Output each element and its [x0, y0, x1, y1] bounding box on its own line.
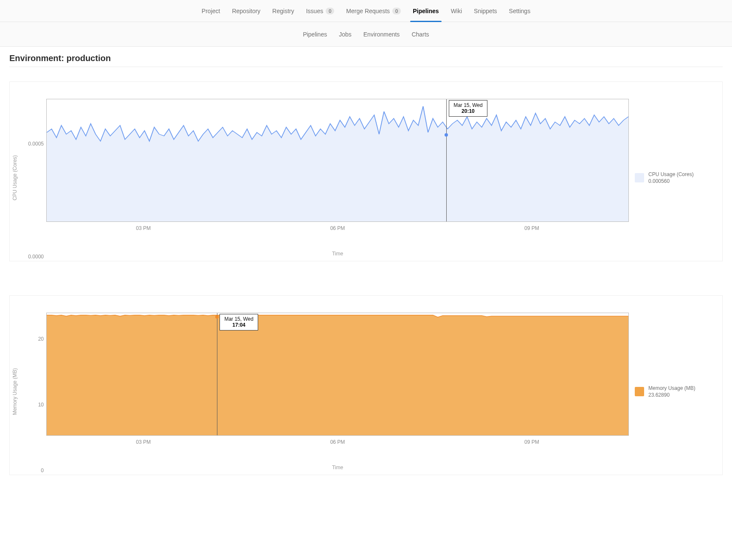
- page-body: Environment: production CPU Usage (Cores…: [0, 47, 732, 526]
- nav-registry[interactable]: Registry: [272, 0, 294, 22]
- page-title: Environment: production: [9, 53, 723, 67]
- cpu-legend-value: 0.000560: [648, 178, 694, 185]
- merge-requests-badge: 0: [392, 8, 401, 14]
- subnav-jobs[interactable]: Jobs: [339, 31, 352, 38]
- cpu-hover-dot: [445, 133, 448, 137]
- nav-repository[interactable]: Repository: [232, 0, 260, 22]
- cpu-legend: CPU Usage (Cores) 0.000560: [635, 171, 694, 185]
- nav-settings[interactable]: Settings: [509, 0, 531, 22]
- nav-issues[interactable]: Issues 0: [306, 0, 335, 22]
- cpu-chart-panel: CPU Usage (Cores) 0.0005 0.0000 Mar 15, …: [9, 81, 723, 261]
- cpu-yaxis-label: CPU Usage (Cores): [10, 99, 20, 257]
- memory-chart[interactable]: Mar 15, Wed 17:04: [46, 313, 629, 436]
- memory-legend-name: Memory Usage (MB): [648, 385, 695, 392]
- cpu-hover-line: [446, 99, 447, 221]
- memory-xticks: 03 PM 06 PM 09 PM: [46, 436, 629, 445]
- nav-pipelines[interactable]: Pipelines: [413, 0, 439, 22]
- cpu-legend-swatch: [635, 173, 644, 182]
- subnav-charts[interactable]: Charts: [411, 31, 429, 38]
- nav-wiki[interactable]: Wiki: [451, 0, 462, 22]
- memory-hover-dot: [215, 315, 219, 319]
- subnav-pipelines[interactable]: Pipelines: [303, 31, 327, 38]
- nav-merge-requests[interactable]: Merge Requests 0: [346, 0, 401, 22]
- cpu-xlabel: Time: [46, 231, 629, 257]
- memory-legend-value: 23.62890: [648, 392, 695, 398]
- secondary-nav: Pipelines Jobs Environments Charts: [0, 22, 732, 47]
- memory-xlabel: Time: [46, 445, 629, 470]
- memory-yticks: 20 10 0: [20, 313, 46, 470]
- cpu-yticks: 0.0005 0.0000: [20, 99, 46, 257]
- cpu-legend-name: CPU Usage (Cores): [648, 171, 694, 178]
- nav-project[interactable]: Project: [202, 0, 220, 22]
- memory-hover-line: [217, 313, 217, 435]
- memory-legend: Memory Usage (MB) 23.62890: [635, 385, 695, 398]
- cpu-xticks: 03 PM 06 PM 09 PM: [46, 222, 629, 231]
- cpu-chart[interactable]: Mar 15, Wed 20:10: [46, 99, 629, 222]
- memory-chart-panel: Memory Usage (MB) 20 10 0 Mar 15, Wed 17…: [9, 295, 723, 475]
- nav-snippets[interactable]: Snippets: [474, 0, 497, 22]
- memory-legend-swatch: [635, 387, 644, 396]
- memory-yaxis-label: Memory Usage (MB): [10, 313, 20, 470]
- issues-badge: 0: [326, 8, 334, 14]
- subnav-environments[interactable]: Environments: [363, 31, 400, 38]
- primary-nav: Project Repository Registry Issues 0 Mer…: [0, 0, 732, 22]
